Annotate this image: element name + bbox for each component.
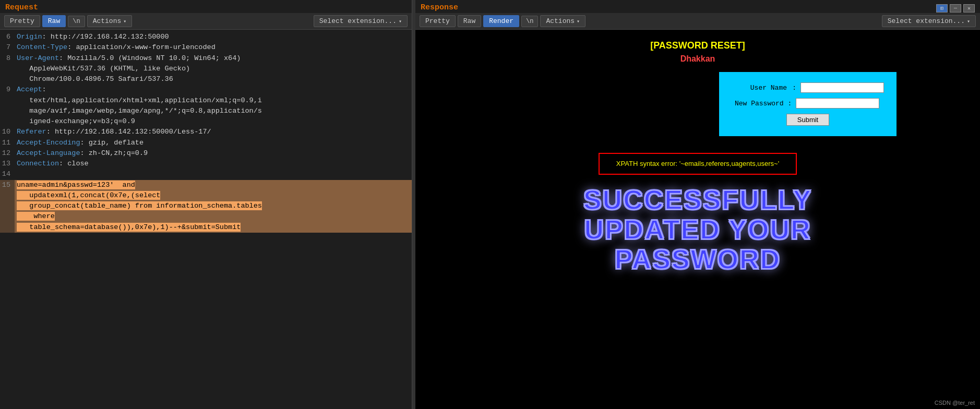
password-label: New Password : [735, 100, 792, 107]
table-row: 15 uname=admin&passwd=123' and updatexml… [0, 180, 412, 233]
username-label: User Name [735, 84, 787, 92]
response-raw-btn[interactable]: Raw [458, 15, 481, 27]
tile-button[interactable]: ⊞ [936, 4, 948, 13]
form-row-password: New Password : [735, 98, 881, 109]
close-button[interactable]: ✕ [963, 4, 975, 13]
xpath-error-text: XPATH syntax error: '~emails,referers,ua… [616, 160, 779, 167]
table-row: 14 [0, 169, 412, 179]
form-submit-btn[interactable]: Submit [786, 114, 829, 126]
response-page-subtitle: Dhakkan [680, 54, 715, 64]
table-row: 11 Accept-Encoding: gzip, deflate [0, 138, 412, 148]
response-newline-btn[interactable]: \n [521, 16, 538, 27]
table-row: 13 Connection: close [0, 159, 412, 169]
request-actions-btn[interactable]: Actions ▾ [87, 15, 133, 27]
minimize-button[interactable]: ─ [950, 4, 961, 13]
password-input[interactable] [796, 98, 879, 109]
xpath-error-box: XPATH syntax error: '~emails,referers,ua… [599, 153, 797, 175]
response-actions-btn[interactable]: Actions ▾ [540, 15, 585, 27]
response-toolbar: Pretty Raw Render \n Actions ▾ Select ex… [415, 13, 980, 30]
request-select-ext[interactable]: Select extension... ▾ [314, 15, 408, 27]
table-row: 8 User-Agent: Mozilla/5.0 (Windows NT 10… [0, 53, 412, 85]
request-toolbar: Pretty Raw \n Actions ▾ Select extension… [0, 13, 412, 30]
main-container: Request Pretty Raw \n Actions ▾ Select e… [0, 0, 980, 409]
form-row-username: User Name : [735, 82, 881, 93]
response-page-title: [PASSWORD RESET] [650, 40, 745, 51]
form-submit-row: Submit [735, 114, 881, 126]
response-render-area: [PASSWORD RESET] Dhakkan User Name : New… [415, 30, 980, 409]
request-content: 6 Origin: http://192.168.142.132:50000 7… [0, 30, 412, 409]
response-panel: Response Pretty Raw Render \n Actions ▾ … [415, 0, 980, 409]
request-panel: Request Pretty Raw \n Actions ▾ Select e… [0, 0, 412, 409]
response-select-ext-chevron-icon: ▾ [967, 18, 970, 25]
select-ext-chevron-icon: ▾ [399, 18, 402, 25]
response-title: Response [415, 0, 980, 13]
table-row: 6 Origin: http://192.168.142.132:50000 [0, 32, 412, 42]
password-reset-form: User Name : New Password : Submit [719, 72, 897, 136]
success-message: SUCCESSFULLYUPDATED YOURPASSWORD [583, 185, 812, 275]
response-pretty-btn[interactable]: Pretty [420, 15, 456, 27]
request-pretty-btn[interactable]: Pretty [4, 15, 40, 27]
colon1: : [791, 84, 796, 92]
request-title: Request [0, 0, 412, 13]
response-render-btn[interactable]: Render [483, 15, 519, 27]
table-row: 10 Referer: http://192.168.142.132:50000… [0, 127, 412, 137]
actions-chevron-icon: ▾ [123, 18, 126, 25]
table-row: 9 Accept: text/html,application/xhtml+xm… [0, 85, 412, 127]
request-newline-btn[interactable]: \n [68, 16, 85, 27]
watermark: CSDN @ter_ret [935, 400, 975, 406]
username-input[interactable] [800, 82, 884, 93]
request-raw-btn[interactable]: Raw [42, 15, 66, 27]
response-select-ext[interactable]: Select extension... ▾ [882, 15, 976, 27]
response-actions-chevron-icon: ▾ [577, 18, 580, 25]
window-controls: ⊞ ─ ✕ [936, 4, 975, 13]
table-row: 7 Content-Type: application/x-www-form-u… [0, 42, 412, 53]
table-row: 12 Accept-Language: zh-CN,zh;q=0.9 [0, 148, 412, 159]
